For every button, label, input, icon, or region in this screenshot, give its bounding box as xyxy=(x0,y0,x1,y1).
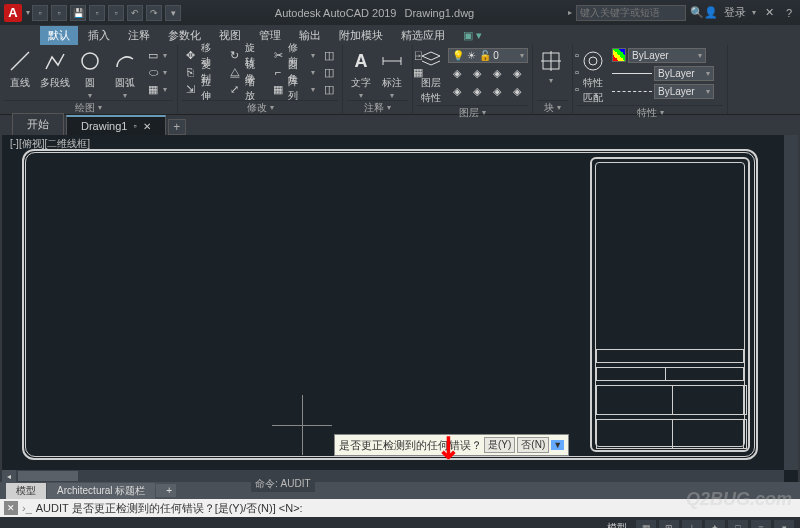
draw-ellipse-button[interactable]: ⬭▾ xyxy=(144,64,169,80)
layer-tool-f[interactable]: ◈ xyxy=(468,83,486,99)
tab-featured[interactable]: 精选应用 xyxy=(393,26,453,45)
search-icon[interactable]: 🔍 xyxy=(690,6,704,20)
status-mode[interactable]: 模型 xyxy=(601,521,633,529)
panel-props-title: 特性 xyxy=(637,106,657,120)
qat-saveas[interactable]: ▫ xyxy=(89,5,105,21)
search-dropdown[interactable]: ▸ xyxy=(568,8,572,17)
tooltip-dropdown-icon[interactable]: ▼ xyxy=(551,440,564,450)
doc-title: Drawing1.dwg xyxy=(405,7,475,19)
status-grid[interactable]: ▦ xyxy=(636,520,656,529)
status-polar[interactable]: ✦ xyxy=(705,520,725,529)
color-swatch[interactable] xyxy=(612,48,626,62)
cmdline-chevron-icon[interactable]: ›_ xyxy=(22,502,32,514)
layer-props-button[interactable]: 图层特性 xyxy=(417,47,445,105)
qat-more[interactable]: ▾ xyxy=(165,5,181,21)
layer-tool-d[interactable]: ◈ xyxy=(508,65,526,81)
layer-tool-h[interactable]: ◈ xyxy=(508,83,526,99)
scrollbar-horizontal[interactable]: ◂ xyxy=(2,470,784,482)
array-button[interactable]: ▦阵列▾ xyxy=(269,81,317,97)
close-tab-icon[interactable]: ✕ xyxy=(143,121,151,132)
status-osnap[interactable]: □ xyxy=(728,520,748,529)
layout-arch-tab[interactable]: Architectural 标题栏 xyxy=(47,483,155,499)
tooltip-no-button[interactable]: 否(N) xyxy=(517,437,549,453)
circle-button[interactable]: 圆▾ xyxy=(74,47,106,100)
panel-modify-title: 修改 xyxy=(247,101,267,115)
svg-point-8 xyxy=(584,52,602,70)
modify-c-button[interactable]: ◫ xyxy=(320,81,338,97)
layer-tool-c[interactable]: ◈ xyxy=(488,65,506,81)
modify-b-button[interactable]: ◫ xyxy=(320,64,338,80)
restore-icon[interactable]: ▫ xyxy=(133,121,136,131)
command-prompt[interactable]: AUDIT 是否更正检测到的任何错误？[是(Y)/否(N)] <N>: xyxy=(36,501,303,516)
qat-plot[interactable]: ▫ xyxy=(108,5,124,21)
panel-draw-title: 绘图 xyxy=(75,101,95,115)
panel-annot-title: 注释 xyxy=(364,101,384,115)
tab-expand[interactable]: ▣ ▾ xyxy=(455,27,490,44)
help-icon[interactable]: ? xyxy=(782,6,796,20)
line-button[interactable]: 直线 xyxy=(4,47,36,90)
svg-line-0 xyxy=(11,52,29,70)
panel-block-title: 块 xyxy=(544,101,554,115)
qat-undo[interactable]: ↶ xyxy=(127,5,143,21)
linetype-icon xyxy=(612,91,652,92)
tab-addins[interactable]: 附加模块 xyxy=(331,26,391,45)
polyline-button[interactable]: 多段线 xyxy=(39,47,71,90)
login-dropdown[interactable]: ▾ xyxy=(752,8,756,17)
layer-tool-a[interactable]: ◈ xyxy=(448,65,466,81)
status-more[interactable]: ▾ xyxy=(774,520,794,529)
login-link[interactable]: 登录 xyxy=(724,5,746,20)
draw-hatch-button[interactable]: ▦▾ xyxy=(144,81,169,97)
status-snap[interactable]: ⊞ xyxy=(659,520,679,529)
qat-save[interactable]: 💾 xyxy=(70,5,86,21)
exchange-icon[interactable]: ✕ xyxy=(762,6,776,20)
tab-insert[interactable]: 插入 xyxy=(80,26,118,45)
color-select[interactable]: ByLayer▾ xyxy=(628,48,706,63)
app-title: Autodesk AutoCAD 2019 xyxy=(275,7,397,19)
app-menu-dropdown[interactable]: ▾ xyxy=(26,8,30,17)
layer-tool-g[interactable]: ◈ xyxy=(488,83,506,99)
qat-new[interactable]: ▫ xyxy=(32,5,48,21)
lineweight-icon xyxy=(612,73,652,74)
modify-a-button[interactable]: ◫ xyxy=(320,47,338,63)
status-ortho[interactable]: ⊥ xyxy=(682,520,702,529)
stretch-button[interactable]: ⇲拉伸 xyxy=(182,81,223,97)
search-input[interactable] xyxy=(576,5,686,21)
scale-button[interactable]: ⤢缩放 xyxy=(226,81,267,97)
svg-point-9 xyxy=(589,57,597,65)
tab-annotate[interactable]: 注释 xyxy=(120,26,158,45)
arc-button[interactable]: 圆弧▾ xyxy=(109,47,141,100)
linetype-select[interactable]: ByLayer▾ xyxy=(654,84,714,99)
qat-redo[interactable]: ↷ xyxy=(146,5,162,21)
qat-open[interactable]: ▫ xyxy=(51,5,67,21)
tooltip-yes-button[interactable]: 是(Y) xyxy=(484,437,515,453)
layer-select[interactable]: 💡 ☀ 🔓 0▾ xyxy=(448,48,528,63)
crosshair-h xyxy=(272,425,332,426)
start-tab[interactable]: 开始 xyxy=(12,113,64,135)
layout-add-tab[interactable]: + xyxy=(156,484,176,497)
tab-default[interactable]: 默认 xyxy=(40,26,78,45)
layer-tool-e[interactable]: ◈ xyxy=(448,83,466,99)
properties-button[interactable]: 特性匹配 xyxy=(577,47,609,105)
command-history: 命令: AUDIT xyxy=(251,476,315,492)
drawing-tab[interactable]: Drawing1▫✕ xyxy=(66,115,166,135)
watermark: Q2BUG.com xyxy=(686,489,792,510)
block-insert-button[interactable]: ▾ xyxy=(537,47,565,85)
title-block xyxy=(590,157,750,452)
cmdline-close-button[interactable]: ✕ xyxy=(4,501,18,515)
scrollbar-vertical[interactable] xyxy=(784,135,798,470)
draw-rect-button[interactable]: ▭▾ xyxy=(144,47,169,63)
layout-model-tab[interactable]: 模型 xyxy=(6,483,46,499)
dimension-button[interactable]: 标注▾ xyxy=(378,47,406,100)
text-button[interactable]: A文字▾ xyxy=(347,47,375,100)
new-tab-button[interactable]: + xyxy=(168,119,186,135)
status-lwt[interactable]: ≡ xyxy=(751,520,771,529)
svg-point-1 xyxy=(82,53,98,69)
user-icon[interactable]: 👤 xyxy=(704,6,718,20)
layer-tool-b[interactable]: ◈ xyxy=(468,65,486,81)
panel-layer-title: 图层 xyxy=(459,106,479,120)
app-logo[interactable]: A xyxy=(4,4,22,22)
lineweight-select[interactable]: ByLayer▾ xyxy=(654,66,714,81)
drawing-canvas[interactable]: [-][俯视][二维线框] 是否更正检测到的任何错误？ 是(Y) 否(N) ▼ … xyxy=(2,135,798,482)
